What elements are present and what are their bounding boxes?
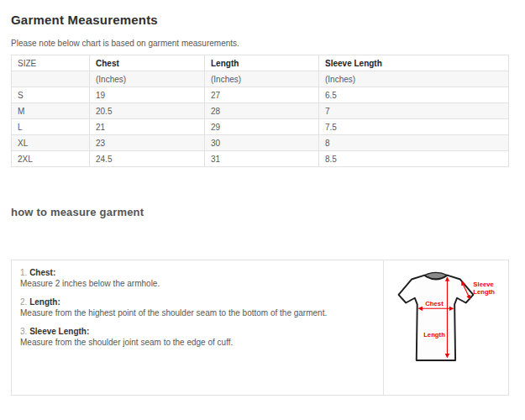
chest-cell: 19 (90, 87, 205, 103)
column-header-length: Length (205, 55, 319, 71)
table-row: S 19 27 6.5 (12, 87, 509, 103)
column-header-sleeve-length: Sleeve Length (319, 55, 509, 71)
units-cell: (Inches) (205, 71, 319, 87)
chest-cell: 24.5 (90, 151, 205, 167)
measure-step-sleeve-length: 3. Sleeve Length: Measure from the shoul… (20, 326, 373, 348)
page-title: Garment Measurements (11, 13, 525, 27)
table-row: 2XL 24.5 31 8.5 (12, 151, 509, 167)
size-cell: M (12, 103, 90, 119)
units-cell: (Inches) (319, 71, 509, 87)
size-cell: S (12, 87, 90, 103)
step-label: Length: (29, 297, 60, 307)
step-description: Measure from the highest point of the sh… (20, 307, 373, 318)
size-cell: 2XL (12, 151, 90, 167)
sleeve-length-label-line2: Length (473, 288, 495, 296)
measure-step-length: 2. Length: Measure from the highest poin… (20, 297, 373, 318)
measure-step-chest: 1. Chest: Measure 2 inches below the arm… (20, 267, 373, 289)
how-to-measure-box: 1. Chest: Measure 2 inches below the arm… (11, 260, 509, 396)
table-row: M 20.5 28 7 (12, 103, 509, 119)
step-label: Chest: (29, 268, 55, 277)
sleeve-cell: 8.5 (319, 151, 509, 167)
units-cell: (Inches) (90, 71, 205, 87)
step-description: Measure from the shoulder joint seam to … (20, 337, 373, 348)
table-row: XL 23 30 8 (12, 135, 509, 151)
table-header-row: SIZE Chest Length Sleeve Length (12, 55, 509, 71)
sleeve-cell: 6.5 (319, 87, 509, 103)
size-cell: L (12, 119, 90, 135)
length-cell: 28 (205, 103, 319, 119)
sleeve-length-label-line1: Sleeve (473, 281, 494, 288)
column-header-chest: Chest (90, 55, 205, 71)
length-cell: 31 (205, 151, 319, 167)
table-row: L 21 29 7.5 (12, 119, 509, 135)
length-cell: 29 (205, 119, 319, 135)
step-description: Measure 2 inches below the armhole. (20, 278, 373, 289)
chest-cell: 23 (90, 135, 205, 151)
chart-note: Please note below chart is based on garm… (11, 39, 525, 48)
column-header-size: SIZE (12, 55, 90, 71)
chest-cell: 21 (90, 119, 205, 135)
chest-cell: 20.5 (90, 103, 205, 119)
chest-arrow-label: Chest (425, 300, 444, 307)
size-chart-table: SIZE Chest Length Sleeve Length (Inches)… (11, 55, 509, 167)
sleeve-cell: 8 (319, 135, 509, 151)
units-cell (12, 71, 90, 87)
garment-measurements-page: Garment Measurements Please note below c… (0, 0, 525, 396)
size-cell: XL (12, 135, 90, 151)
units-row: (Inches) (Inches) (Inches) (12, 71, 509, 87)
length-cell: 30 (205, 135, 319, 151)
length-cell: 27 (205, 87, 319, 103)
sleeve-cell: 7 (319, 103, 509, 119)
how-to-measure-heading: how to measure garment (11, 206, 525, 218)
step-label: Sleeve Length: (29, 327, 89, 336)
sleeve-cell: 7.5 (319, 119, 509, 135)
step-number: 3. (20, 327, 27, 336)
step-number: 2. (20, 297, 27, 307)
step-number: 1. (20, 268, 27, 277)
instructions-cell: 1. Chest: Measure 2 inches below the arm… (12, 260, 384, 396)
length-arrow-label: Length (423, 331, 445, 339)
tshirt-measure-diagram-icon: Chest Length Sleeve Length (387, 264, 505, 390)
tshirt-outline (399, 276, 474, 360)
diagram-cell: Chest Length Sleeve Length (384, 260, 509, 396)
